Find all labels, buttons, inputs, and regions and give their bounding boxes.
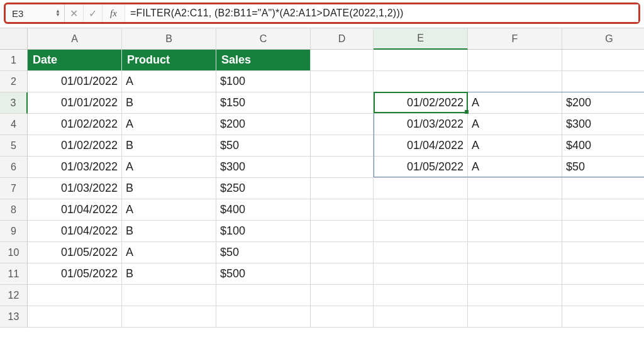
cell-F11[interactable] (468, 263, 562, 285)
cell-C2[interactable]: $100 (216, 71, 311, 92)
accept-formula-button[interactable]: ✓ (84, 4, 103, 22)
cell-D1[interactable] (311, 50, 374, 71)
cell-B5[interactable]: B (122, 135, 216, 157)
row-header-12[interactable]: 12 (0, 285, 28, 306)
cell-E8[interactable] (374, 199, 468, 221)
row-header-5[interactable]: 5 (0, 135, 28, 157)
cell-F5[interactable]: A (468, 135, 562, 157)
cell-F12[interactable] (468, 285, 562, 306)
cell-C13[interactable] (216, 306, 311, 328)
row-header-1[interactable]: 1 (0, 50, 28, 71)
row-header-9[interactable]: 9 (0, 221, 28, 242)
cell-G5[interactable]: $400 (562, 135, 644, 157)
fx-button[interactable]: fx (103, 4, 125, 22)
cell-F10[interactable] (468, 242, 562, 263)
cell-A5[interactable]: 01/02/2022 (28, 135, 122, 157)
cell-G10[interactable] (562, 242, 644, 263)
cell-D5[interactable] (311, 135, 374, 157)
cell-C3[interactable]: $150 (216, 92, 311, 114)
cell-C4[interactable]: $200 (216, 114, 311, 135)
col-header-E[interactable]: E (374, 28, 468, 50)
cell-G12[interactable] (562, 285, 644, 306)
cell-G1[interactable] (562, 50, 644, 71)
cell-G9[interactable] (562, 221, 644, 242)
cell-D2[interactable] (311, 71, 374, 92)
cell-B11[interactable]: B (122, 263, 216, 285)
cell-A7[interactable]: 01/03/2022 (28, 178, 122, 199)
cell-F8[interactable] (468, 199, 562, 221)
name-box-stepper[interactable]: ▲ ▼ (55, 9, 60, 17)
cell-E4[interactable]: 01/03/2022 (374, 114, 468, 135)
cell-B8[interactable]: A (122, 199, 216, 221)
row-header-11[interactable]: 11 (0, 263, 28, 285)
cell-G2[interactable] (562, 71, 644, 92)
cell-F3[interactable]: A (468, 92, 562, 114)
col-header-A[interactable]: A (28, 28, 122, 50)
cell-E3[interactable]: 01/02/2022 (374, 92, 468, 114)
cell-F6[interactable]: A (468, 157, 562, 178)
cell-B1[interactable]: Product (122, 50, 216, 71)
cell-B9[interactable]: B (122, 221, 216, 242)
cell-F13[interactable] (468, 306, 562, 328)
cell-C8[interactable]: $400 (216, 199, 311, 221)
cell-B6[interactable]: A (122, 157, 216, 178)
cell-A3[interactable]: 01/01/2022 (28, 92, 122, 114)
row-header-7[interactable]: 7 (0, 178, 28, 199)
cell-D3[interactable] (311, 92, 374, 114)
row-header-6[interactable]: 6 (0, 157, 28, 178)
row-header-4[interactable]: 4 (0, 114, 28, 135)
col-header-D[interactable]: D (311, 28, 374, 50)
cancel-formula-button[interactable]: ✕ (65, 4, 84, 22)
col-header-B[interactable]: B (122, 28, 216, 50)
cell-C11[interactable]: $500 (216, 263, 311, 285)
cell-B3[interactable]: B (122, 92, 216, 114)
name-box[interactable]: E3 ▲ ▼ (6, 4, 65, 22)
cell-G3[interactable]: $200 (562, 92, 644, 114)
cell-E7[interactable] (374, 178, 468, 199)
cell-A2[interactable]: 01/01/2022 (28, 71, 122, 92)
col-header-C[interactable]: C (216, 28, 311, 50)
cell-D8[interactable] (311, 199, 374, 221)
cell-C9[interactable]: $100 (216, 221, 311, 242)
cell-D6[interactable] (311, 157, 374, 178)
cell-E12[interactable] (374, 285, 468, 306)
cell-C6[interactable]: $300 (216, 157, 311, 178)
select-all-corner[interactable] (0, 28, 28, 50)
row-header-3[interactable]: 3 (0, 92, 28, 114)
cell-D12[interactable] (311, 285, 374, 306)
cell-G11[interactable] (562, 263, 644, 285)
col-header-G[interactable]: G (562, 28, 644, 50)
cell-D11[interactable] (311, 263, 374, 285)
cell-E9[interactable] (374, 221, 468, 242)
cell-A9[interactable]: 01/04/2022 (28, 221, 122, 242)
cell-C5[interactable]: $50 (216, 135, 311, 157)
cell-B7[interactable]: B (122, 178, 216, 199)
cell-E2[interactable] (374, 71, 468, 92)
cell-A10[interactable]: 01/05/2022 (28, 242, 122, 263)
cell-G4[interactable]: $300 (562, 114, 644, 135)
cell-E5[interactable]: 01/04/2022 (374, 135, 468, 157)
row-header-8[interactable]: 8 (0, 199, 28, 221)
cell-E10[interactable] (374, 242, 468, 263)
row-header-13[interactable]: 13 (0, 306, 28, 328)
col-header-F[interactable]: F (468, 28, 562, 50)
cell-C7[interactable]: $250 (216, 178, 311, 199)
cell-A6[interactable]: 01/03/2022 (28, 157, 122, 178)
cell-D4[interactable] (311, 114, 374, 135)
cell-C12[interactable] (216, 285, 311, 306)
cell-C10[interactable]: $50 (216, 242, 311, 263)
cell-F2[interactable] (468, 71, 562, 92)
cell-B13[interactable] (122, 306, 216, 328)
cell-B4[interactable]: A (122, 114, 216, 135)
row-header-2[interactable]: 2 (0, 71, 28, 92)
cell-D9[interactable] (311, 221, 374, 242)
cell-B12[interactable] (122, 285, 216, 306)
cell-B2[interactable]: A (122, 71, 216, 92)
row-header-10[interactable]: 10 (0, 242, 28, 263)
cell-E11[interactable] (374, 263, 468, 285)
cell-A4[interactable]: 01/02/2022 (28, 114, 122, 135)
cell-A11[interactable]: 01/05/2022 (28, 263, 122, 285)
cell-F7[interactable] (468, 178, 562, 199)
cell-D7[interactable] (311, 178, 374, 199)
formula-input[interactable]: =FILTER(A2:C11, (B2:B11="A")*(A2:A11>DAT… (125, 4, 638, 22)
